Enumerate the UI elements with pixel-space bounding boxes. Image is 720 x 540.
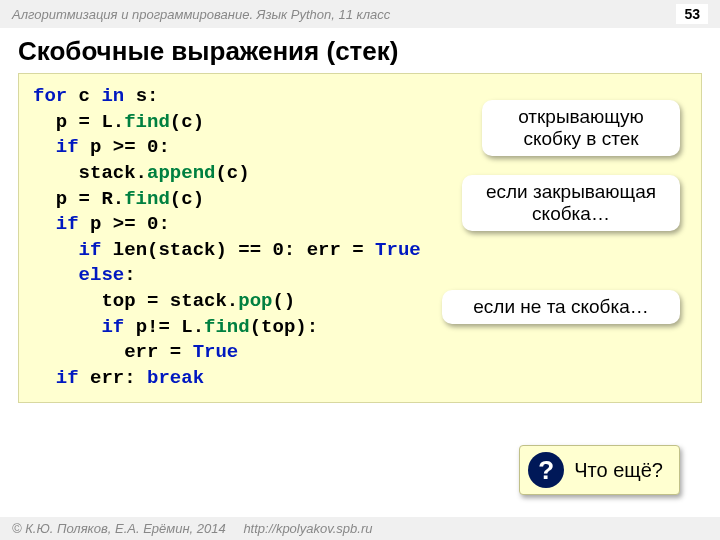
question-mark-icon: ?: [528, 452, 564, 488]
question-text: Что ещё?: [574, 459, 663, 482]
copyright: © К.Ю. Поляков, Е.А. Ерёмин, 2014: [12, 521, 226, 536]
page-number: 53: [676, 4, 708, 24]
callout-wrong-bracket: если не та скобка…: [442, 290, 680, 324]
course-title: Алгоритмизация и программирование. Язык …: [12, 7, 390, 22]
footer-url[interactable]: http://kpolyakov.spb.ru: [243, 521, 372, 536]
callout-close-bracket: если закрывающая скобка…: [462, 175, 680, 231]
question-box: ? Что ещё?: [519, 445, 680, 495]
page-title: Скобочные выражения (стек): [0, 28, 720, 73]
footer-bar: © К.Ю. Поляков, Е.А. Ерёмин, 2014 http:/…: [0, 517, 720, 540]
header-bar: Алгоритмизация и программирование. Язык …: [0, 0, 720, 28]
callout-open-bracket: открывающую скобку в стек: [482, 100, 680, 156]
